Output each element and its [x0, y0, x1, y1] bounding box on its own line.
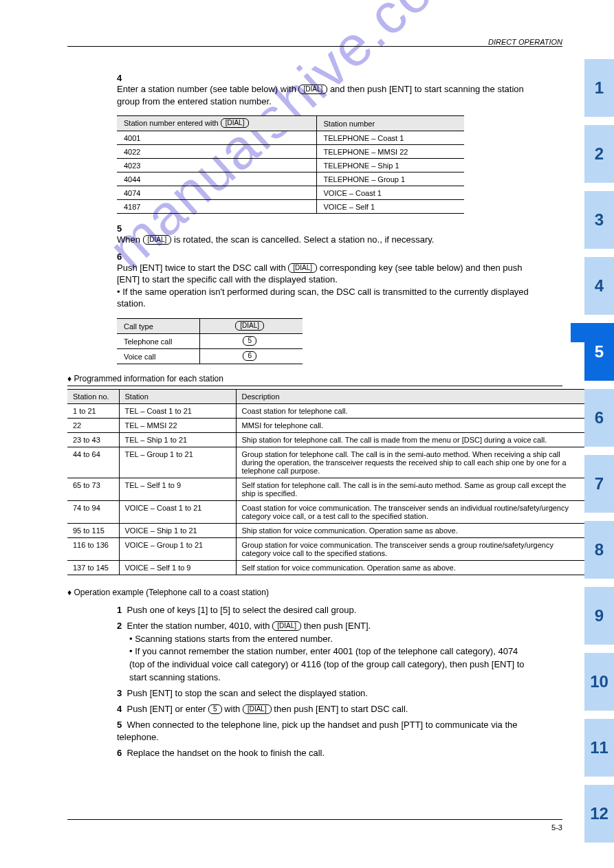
table-row: 4022TELEPHONE – MMSI 22	[117, 145, 464, 159]
text: is rotated, the scan is cancelled. Selec…	[174, 234, 434, 245]
table-row: 4001TELEPHONE – Coast 1	[117, 131, 464, 145]
station-number-table: Station number entered with [DIAL] Stati…	[117, 115, 464, 214]
text: Enter a station number (see table below)…	[117, 84, 298, 94]
cell: Voice call	[117, 348, 199, 364]
text: When	[117, 234, 143, 245]
tab-label: 9	[595, 606, 604, 625]
table-row: Telephone call5	[117, 333, 303, 348]
chapter-tab-7[interactable]: 7	[584, 455, 614, 513]
text: • Scanning stations starts from the ente…	[129, 633, 535, 646]
table-header-cell: Station	[119, 389, 236, 403]
text: • If you cannot remember the station num…	[129, 645, 535, 685]
tab-label: 5	[595, 342, 604, 361]
cell: VOICE – Group 1 to 21	[119, 537, 236, 560]
table-row: 23 to 43TEL – Ship 1 to 21Ship station f…	[67, 432, 584, 447]
dial-key-icon: [DIAL]	[272, 621, 301, 631]
cell: 22	[67, 418, 119, 432]
section-rule	[67, 386, 562, 386]
dial-key-icon: [DIAL]	[288, 263, 317, 273]
step-text: When [DIAL] is rotated, the scan is canc…	[117, 234, 529, 246]
cell: Coast station for telephone call.	[236, 403, 584, 418]
example-step: 3 Push [ENT] to stop the scan and select…	[117, 687, 535, 700]
cell: VOICE – Self 1	[316, 200, 464, 214]
cell: Group station for telephone call. The ca…	[236, 447, 584, 478]
chapter-tabs: 1 2 3 4 5 6 7 8 9 10 11 12	[584, 59, 614, 851]
cell: VOICE – Self 1 to 9	[119, 560, 236, 575]
cell: 137 to 145	[67, 560, 119, 575]
cell: Self station for telephone call. The cal…	[236, 478, 584, 500]
text: Push [ENT] to stop the scan and select t…	[127, 688, 367, 698]
step-number: 5	[117, 720, 122, 730]
cell: 23 to 43	[67, 432, 119, 447]
text: Replace the handset on the hook to finis…	[127, 748, 325, 758]
page-footer: 5-3	[67, 819, 562, 832]
footer-rule	[67, 819, 562, 820]
chapter-tab-1[interactable]: 1	[584, 59, 614, 117]
table-row: 4023TELEPHONE – Ship 1	[117, 159, 464, 173]
step-number: 6	[117, 748, 122, 758]
page-number: 5-3	[551, 823, 562, 832]
table-header-cell: Station no.	[67, 389, 119, 403]
chapter-tab-6[interactable]: 6	[584, 389, 614, 447]
cell: 6	[199, 348, 303, 364]
chapter-tab-4[interactable]: 4	[584, 257, 614, 315]
tab-label: 7	[595, 474, 604, 493]
step-number: 6	[117, 252, 127, 262]
cell: 4044	[117, 173, 316, 186]
tab-label: 6	[595, 408, 604, 427]
key-icon: 5	[243, 336, 256, 346]
cell: VOICE – Ship 1 to 21	[119, 523, 236, 537]
example-step: 6 Replace the handset on the hook to fin…	[117, 747, 535, 760]
table-row: 4074VOICE – Coast 1	[117, 186, 464, 200]
step-number: 1	[117, 605, 122, 615]
tab-label: 8	[595, 540, 604, 559]
example-step: 5 When connected to the telephone line, …	[117, 719, 535, 745]
text: • If the same operation isn't performed …	[117, 287, 529, 309]
cell: 44 to 64	[67, 447, 119, 478]
step-text: Enter a station number (see table below)…	[117, 83, 529, 107]
cell: 5	[199, 333, 303, 348]
page-content: DIRECT OPERATION 4 Enter a station numbe…	[67, 38, 562, 760]
chapter-tab-8[interactable]: 8	[584, 521, 614, 579]
text: then push [ENT] to start DSC call.	[274, 704, 408, 714]
dial-key-icon: [DIAL]	[221, 118, 250, 128]
cell: 1 to 21	[67, 403, 119, 418]
cell: 4001	[117, 131, 316, 145]
text: Station number entered with	[124, 119, 221, 127]
key-icon: 5	[208, 704, 222, 714]
text: Push [ENT] twice to start the DSC call w…	[117, 263, 288, 273]
chapter-tab-12[interactable]: 12	[584, 785, 614, 843]
chapter-tab-11[interactable]: 11	[584, 719, 614, 777]
header-rule	[67, 46, 562, 47]
chapter-tab-9[interactable]: 9	[584, 587, 614, 645]
table-row: 22TEL – MMSI 22MMSI for telephone call.	[67, 418, 584, 432]
cell: TEL – Ship 1 to 21	[119, 432, 236, 447]
cell: Coast station for voice communication. T…	[236, 500, 584, 523]
step-5: 5 When [DIAL] is rotated, the scan is ca…	[117, 223, 562, 246]
table-header-cell: Station number entered with [DIAL]	[117, 116, 316, 131]
cell: Ship station for voice communication. Op…	[236, 523, 584, 537]
chapter-tab-2[interactable]: 2	[584, 125, 614, 183]
call-type-table: Call type [DIAL] Telephone call5 Voice c…	[117, 318, 303, 364]
chapter-tab-10[interactable]: 10	[584, 653, 614, 711]
dial-key-icon: [DIAL]	[143, 235, 172, 245]
tab-label: 12	[590, 804, 608, 823]
cell: 4074	[117, 186, 316, 200]
step-number: 3	[117, 688, 122, 698]
table-row: 1 to 21TEL – Coast 1 to 21Coast station …	[67, 403, 584, 418]
cell: TEL – Coast 1 to 21	[119, 403, 236, 418]
cell: TELEPHONE – Ship 1	[316, 159, 464, 173]
cell: Group station for voice communication. T…	[236, 537, 584, 560]
cell: 95 to 115	[67, 523, 119, 537]
table-header-cell: Description	[236, 389, 584, 403]
chapter-tab-5[interactable]: 5	[584, 323, 614, 381]
cell: 4023	[117, 159, 316, 173]
cell: 4022	[117, 145, 316, 159]
cell: MMSI for telephone call.	[236, 418, 584, 432]
cell: VOICE – Coast 1	[316, 186, 464, 200]
cell: TELEPHONE – MMSI 22	[316, 145, 464, 159]
cell: VOICE – Coast 1 to 21	[119, 500, 236, 523]
table-row: 137 to 145VOICE – Self 1 to 9Self statio…	[67, 560, 584, 575]
chapter-tab-3[interactable]: 3	[584, 191, 614, 249]
table-header-cell: [DIAL]	[199, 318, 303, 333]
